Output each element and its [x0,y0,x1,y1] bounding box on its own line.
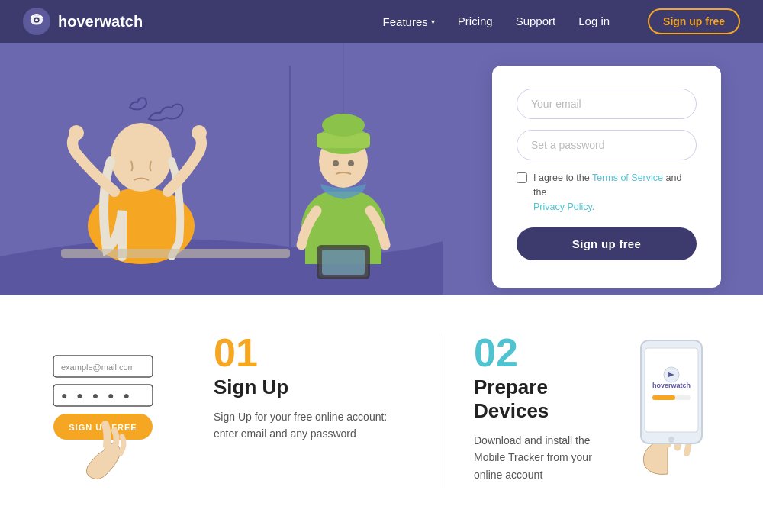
svg-rect-19 [322,250,365,275]
svg-point-20 [333,160,339,166]
logo-icon [23,8,50,35]
nav-signup-button[interactable]: Sign up free [648,8,740,34]
terms-checkbox[interactable] [517,172,527,183]
step1-number: 01 [214,333,412,372]
login-link[interactable]: Log in [578,15,610,27]
step1-info: 01 Sign Up Sign Up for your free online … [214,333,443,488]
support-link[interactable]: Support [516,15,556,27]
password-input[interactable] [517,130,697,160]
pricing-link[interactable]: Pricing [458,15,493,27]
step1-illustration: example@mail.com ● ● ● ● ● SIGN UP FREE [46,333,183,485]
svg-point-9 [69,125,84,140]
email-input[interactable] [517,89,697,119]
svg-point-16 [322,114,365,137]
chevron-down-icon: ▾ [431,18,435,26]
signup-submit-button[interactable]: Sign up free [517,227,697,260]
features-link[interactable]: Features ▾ [383,15,435,28]
svg-text:● ● ● ● ●: ● ● ● ● ● [61,389,133,401]
nav-pricing[interactable]: Pricing [458,15,493,28]
step2-desc: Download and install the Mobile Tracker … [474,432,595,483]
hero-section: I agree to the Terms of Service and the … [0,43,763,295]
svg-point-10 [192,125,207,140]
navbar: hoverwatch Features ▾ Pricing Support Lo… [0,0,763,43]
nav-support[interactable]: Support [516,15,556,28]
privacy-policy-link[interactable]: Privacy Policy. [533,202,594,212]
nav-links: Features ▾ Pricing Support Log in Sign u… [383,8,740,34]
step2-info: 02 Prepare Devices Download and install … [474,333,595,483]
svg-text:example@mail.com: example@mail.com [61,363,135,372]
step2-area: 02 Prepare Devices Download and install … [443,333,717,488]
terms-row: I agree to the Terms of Service and the … [517,171,697,214]
svg-rect-29 [645,348,698,432]
logo-area: hoverwatch [23,8,383,35]
svg-rect-11 [61,249,290,258]
terms-text: I agree to the Terms of Service and the … [533,171,697,214]
logo-text: hoverwatch [58,13,143,31]
svg-point-3 [35,18,38,21]
svg-point-34 [668,437,674,443]
hero-illustration [0,43,443,295]
svg-rect-32 [652,395,675,400]
nav-login[interactable]: Log in [578,15,610,28]
step2-phone-illustration: hoverwatch [618,333,717,485]
features-label: Features [383,15,428,28]
nav-features[interactable]: Features ▾ [383,15,435,28]
content-section: example@mail.com ● ● ● ● ● SIGN UP FREE … [0,295,763,519]
terms-of-service-link[interactable]: Terms of Service [592,172,663,183]
step1-illustration-area: example@mail.com ● ● ● ● ● SIGN UP FREE [46,333,214,488]
step2-title: Prepare Devices [474,376,595,423]
step1-desc: Sign Up for your free online account: en… [214,408,412,443]
svg-point-8 [111,123,172,192]
step2-number: 02 [474,333,595,372]
signup-card: I agree to the Terms of Service and the … [492,66,721,288]
svg-point-21 [348,160,354,166]
step1-title: Sign Up [214,376,412,399]
